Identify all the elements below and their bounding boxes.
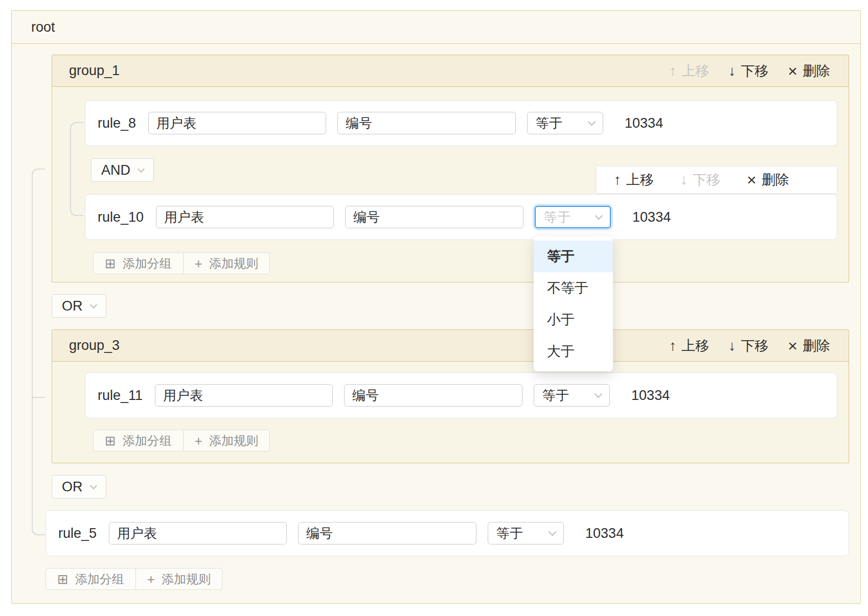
rule-5-field-input[interactable] — [298, 522, 476, 544]
rule-10-name: rule_10 — [98, 209, 144, 225]
arrow-down-icon: ↓ — [680, 173, 688, 187]
rule-10-move-up-button[interactable]: ↑ 上移 — [614, 171, 654, 189]
rule-10-move-down-button[interactable]: ↓ 下移 — [680, 171, 720, 189]
group-3-add-group-button[interactable]: ⊞ 添加分组 — [93, 430, 184, 452]
chevron-down-icon — [138, 165, 145, 173]
rule-10-field-input[interactable] — [345, 206, 523, 228]
group-1-tree-connector-line — [70, 122, 83, 216]
group-3-title: group_3 — [69, 338, 120, 353]
group-3: group_3 ↑ 上移 ↓ 下移 × 删除 — [52, 329, 849, 463]
rule-11-operator-select[interactable]: 等于 — [534, 384, 610, 407]
rule-8-field-input[interactable] — [337, 112, 516, 134]
rule-5-operator-select[interactable]: 等于 — [488, 522, 564, 544]
add-group-icon: ⊞ — [57, 573, 68, 586]
rule-8-card: rule_8 等于 10334 — [85, 100, 837, 146]
rule-5-card: rule_5 等于 10334 — [45, 510, 849, 556]
dropdown-option-not-equals[interactable]: 不等于 — [534, 272, 613, 304]
chevron-down-icon — [89, 482, 97, 489]
move-up-label: 上移 — [681, 62, 709, 80]
group-1-title: group_1 — [69, 63, 120, 79]
plus-icon: + — [147, 573, 155, 586]
rule-8-name: rule_8 — [98, 115, 136, 131]
root-add-rule-button[interactable]: + 添加规则 — [136, 568, 222, 590]
move-down-label: 下移 — [741, 337, 768, 355]
root-connector-1-value: OR — [62, 298, 83, 314]
arrow-down-icon: ↓ — [728, 64, 736, 78]
root-add-group-button[interactable]: ⊞ 添加分组 — [45, 568, 136, 590]
group-1-delete-button[interactable]: × 删除 — [788, 62, 830, 80]
chevron-down-icon — [588, 117, 596, 126]
group-1: group_1 ↑ 上移 ↓ 下移 × 删除 — [52, 55, 849, 282]
dropdown-option-less-than[interactable]: 小于 — [534, 304, 613, 336]
rule-11-value: 10334 — [631, 388, 670, 404]
group-3-actions: ↑ 上移 ↓ 下移 × 删除 — [669, 337, 830, 355]
delete-label: 删除 — [803, 337, 830, 355]
chevron-down-icon — [89, 301, 97, 309]
rule-8-operator-select[interactable]: 等于 — [527, 112, 603, 134]
delete-label: 删除 — [803, 62, 830, 80]
rule-10-table-input[interactable] — [156, 206, 334, 228]
add-group-label: 添加分组 — [75, 571, 124, 587]
rule-11-name: rule_11 — [98, 388, 143, 404]
chevron-down-icon — [595, 211, 603, 220]
rule-8-value: 10334 — [625, 115, 663, 131]
group-3-add-rule-button[interactable]: + 添加规则 — [184, 430, 270, 452]
group-1-add-buttons: ⊞ 添加分组 + 添加规则 — [93, 252, 270, 274]
move-up-label: 上移 — [681, 337, 709, 355]
close-icon: × — [788, 63, 797, 79]
root-group-body: group_1 ↑ 上移 ↓ 下移 × 删除 — [12, 44, 860, 600]
operator-dropdown: 等于 不等于 小于 大于 — [534, 236, 613, 371]
add-group-label: 添加分组 — [123, 433, 172, 449]
rule-10-operator-wrap: 等于 等于 不等于 小于 大于 — [535, 206, 611, 228]
add-rule-label: 添加规则 — [209, 433, 258, 449]
group-3-move-up-button[interactable]: ↑ 上移 — [669, 337, 709, 355]
root-add-buttons: ⊞ 添加分组 + 添加规则 — [45, 568, 222, 590]
rule-5-operator-value: 等于 — [496, 525, 523, 542]
arrow-up-icon: ↑ — [669, 339, 676, 353]
group-1-add-rule-button[interactable]: + 添加规则 — [184, 252, 270, 274]
rule-10-operator-select[interactable]: 等于 — [535, 206, 611, 228]
rule-11-field-input[interactable] — [344, 384, 522, 407]
add-group-icon: ⊞ — [105, 434, 116, 447]
rule-11-operator-value: 等于 — [542, 387, 569, 405]
root-group-header: root — [12, 11, 860, 44]
rule-11-card: rule_11 等于 10334 — [85, 372, 837, 418]
group-3-body: rule_11 等于 10334 ⊞ 添加分组 — [52, 362, 849, 463]
rule-11-table-input[interactable] — [155, 384, 333, 407]
rule-10-wrap: ↑ 上移 ↓ 下移 × 删除 — [85, 194, 837, 240]
arrow-up-icon: ↑ — [614, 173, 621, 187]
group-1-move-up-button[interactable]: ↑ 上移 — [669, 62, 709, 80]
group-3-add-buttons: ⊞ 添加分组 + 添加规则 — [93, 430, 270, 452]
rule-8-operator-value: 等于 — [536, 114, 562, 132]
move-up-label: 上移 — [626, 171, 654, 189]
group-1-actions: ↑ 上移 ↓ 下移 × 删除 — [669, 62, 830, 80]
group-3-delete-button[interactable]: × 删除 — [788, 337, 830, 355]
rule-5-name: rule_5 — [58, 526, 97, 541]
rule-10-operator-value: 等于 — [544, 208, 570, 226]
group-1-add-group-button[interactable]: ⊞ 添加分组 — [93, 252, 184, 274]
group-3-move-down-button[interactable]: ↓ 下移 — [728, 337, 768, 355]
group-1-move-down-button[interactable]: ↓ 下移 — [728, 62, 768, 80]
rule-5-table-input[interactable] — [109, 522, 287, 544]
root-group: root group_1 ↑ 上移 ↓ 下移 — [11, 10, 861, 604]
close-icon: × — [788, 338, 797, 354]
arrow-down-icon: ↓ — [728, 339, 736, 353]
dropdown-option-equals[interactable]: 等于 — [534, 241, 613, 272]
group-1-body: rule_8 等于 10334 AND — [52, 87, 849, 282]
plus-icon: + — [195, 434, 202, 447]
group-1-connector-select[interactable]: AND — [91, 158, 154, 182]
root-connector-select-1[interactable]: OR — [52, 294, 106, 318]
root-connector-2-value: OR — [62, 479, 83, 495]
dropdown-option-greater-than[interactable]: 大于 — [534, 336, 613, 367]
group-1-header: group_1 ↑ 上移 ↓ 下移 × 删除 — [52, 55, 849, 87]
close-icon: × — [747, 172, 757, 188]
plus-icon: + — [195, 257, 202, 270]
rule-10-delete-button[interactable]: × 删除 — [747, 171, 789, 189]
arrow-up-icon: ↑ — [669, 64, 676, 78]
delete-label: 删除 — [762, 171, 789, 189]
rule-10-card: rule_10 等于 等于 不等于 — [85, 194, 837, 240]
root-connector-select-2[interactable]: OR — [52, 475, 106, 499]
rule-8-table-input[interactable] — [148, 112, 326, 134]
chevron-down-icon — [549, 528, 557, 536]
rule-10-value: 10334 — [632, 209, 671, 225]
